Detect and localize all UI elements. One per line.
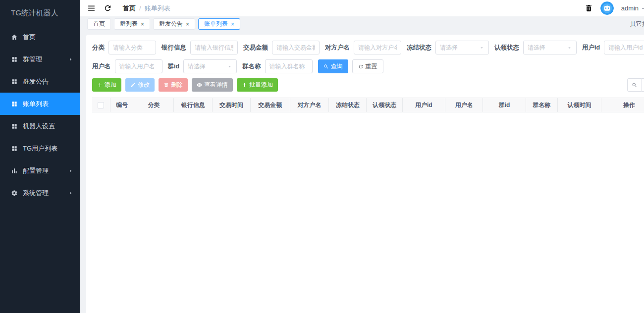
toolbar-button-label: 修改	[138, 81, 150, 89]
query-button[interactable]: 查询	[318, 59, 348, 73]
grid-icon	[11, 56, 18, 63]
filter-item-认领状态: 认领状态请选择	[494, 41, 577, 54]
trash-icon[interactable]	[585, 4, 593, 12]
sidebar-item-机器人设置[interactable]: 机器人设置	[0, 115, 80, 137]
query-button-label: 查询	[331, 62, 343, 71]
table-header-row: 编号分类银行信息交易时间交易金额对方户名冻结状态认领状态用户id用户名群id群名…	[92, 98, 644, 112]
filter-item-银行信息: 银行信息	[161, 41, 238, 54]
gear-icon	[11, 190, 18, 197]
批量添加-button[interactable]: 批量添加	[237, 78, 278, 92]
select-placeholder: 请选择	[188, 62, 206, 71]
breadcrumb-current: 账单列表	[145, 4, 170, 13]
user-menu[interactable]: admin	[621, 4, 644, 12]
table-search-button[interactable]	[627, 78, 642, 92]
app-root: TG统计机器人 首页群管理群发公告账单列表机器人设置TG用户列表配置管理系统管理…	[0, 0, 644, 313]
filter-item-对方户名: 对方户名	[325, 41, 401, 54]
toolbar-button-label: 删除	[171, 81, 183, 89]
添加-button[interactable]: 添加	[92, 78, 121, 92]
table-refresh-button[interactable]	[642, 78, 644, 92]
table-toolbar: 添加修改删除查看详情批量添加	[92, 78, 644, 92]
reset-button-label: 重置	[366, 62, 377, 71]
topbar-left: 首页 / 账单列表	[87, 4, 170, 13]
filter-label: 用户名	[92, 62, 111, 71]
header-cell-分类: 分类	[134, 98, 173, 112]
filter-item-冻结状态: 冻结状态请选择	[407, 41, 489, 54]
交易金额-input[interactable]	[272, 41, 320, 54]
table-wrap: 编号分类银行信息交易时间交易金额对方户名冻结状态认领状态用户id用户名群id群名…	[92, 98, 644, 112]
修改-button[interactable]: 修改	[125, 78, 155, 92]
refresh-icon	[358, 64, 364, 69]
tab-首页[interactable]: 首页	[87, 18, 111, 30]
sidebar-nav: 首页群管理群发公告账单列表机器人设置TG用户列表配置管理系统管理	[0, 26, 80, 204]
sidebar-item-账单列表[interactable]: 账单列表	[0, 93, 80, 115]
home-icon	[11, 34, 18, 41]
search-icon	[632, 82, 638, 88]
breadcrumb: 首页 / 账单列表	[123, 4, 170, 13]
tabs: 首页群列表×群发公告×账单列表×	[87, 18, 240, 30]
other-actions-dropdown[interactable]: 其它操作	[630, 20, 644, 28]
filter-row: 用户名群id请选择群名称查询重置	[92, 59, 644, 73]
chevron-down-icon	[567, 45, 572, 51]
sidebar: TG统计机器人 首页群管理群发公告账单列表机器人设置TG用户列表配置管理系统管理	[0, 0, 80, 313]
sidebar-item-配置管理[interactable]: 配置管理	[0, 159, 80, 182]
tab-群列表[interactable]: 群列表×	[114, 18, 150, 30]
tab-close-icon[interactable]: ×	[186, 21, 189, 27]
tab-close-icon[interactable]: ×	[141, 21, 144, 27]
sidebar-item-首页[interactable]: 首页	[0, 26, 80, 48]
toolbar-button-label: 添加	[105, 81, 116, 89]
header-cell-checkbox	[92, 98, 110, 112]
hamburger-icon[interactable]	[87, 4, 96, 12]
filter-label: 用户id	[582, 44, 600, 52]
chevron-down-icon	[640, 5, 644, 11]
tab-群发公告[interactable]: 群发公告×	[153, 18, 195, 30]
chevron-down-icon	[479, 45, 484, 51]
header-cell-交易时间: 交易时间	[213, 98, 250, 112]
filter-label: 认领状态	[494, 44, 519, 52]
caret-right-icon	[68, 57, 73, 62]
查看详情-button[interactable]: 查看详情	[192, 78, 233, 92]
tab-label: 账单列表	[204, 20, 228, 28]
filter-label: 群id	[168, 62, 180, 71]
银行信息-input[interactable]	[190, 41, 238, 54]
sidebar-item-群管理[interactable]: 群管理	[0, 48, 80, 70]
用户名-input[interactable]	[115, 59, 162, 73]
bill-list-panel: 分类银行信息交易金额对方户名冻结状态请选择认领状态请选择用户id用户名群id请选…	[86, 35, 644, 313]
filter-item-分类: 分类	[92, 41, 156, 54]
filter-label: 群名称	[242, 62, 261, 71]
tab-账单列表[interactable]: 账单列表×	[198, 18, 240, 30]
table-tools	[627, 78, 644, 92]
chart-icon	[11, 167, 18, 174]
header-cell-编号: 编号	[110, 98, 134, 112]
sidebar-item-系统管理[interactable]: 系统管理	[0, 182, 80, 204]
select-all-checkbox[interactable]	[98, 102, 104, 108]
avatar[interactable]	[600, 1, 614, 15]
认领状态-select[interactable]: 请选择	[523, 41, 577, 54]
refresh-icon[interactable]	[104, 4, 112, 12]
分类-input[interactable]	[108, 41, 156, 54]
breadcrumb-home[interactable]: 首页	[123, 4, 136, 13]
tabbar: 首页群列表×群发公告×账单列表× 其它操作	[80, 16, 644, 32]
冻结状态-select[interactable]: 请选择	[435, 41, 489, 54]
tab-label: 群列表	[120, 20, 138, 28]
filter-item-用户id: 用户id	[582, 41, 644, 54]
username: admin	[621, 4, 639, 12]
other-actions-label: 其它操作	[630, 20, 644, 28]
删除-button[interactable]: 删除	[159, 78, 188, 92]
群id-select[interactable]: 请选择	[183, 59, 237, 73]
sidebar-item-label: 首页	[23, 33, 36, 42]
main-area: 首页 / 账单列表 admin 首页群列表×群发公告×账单列表×	[80, 0, 644, 313]
对方户名-input[interactable]	[354, 41, 401, 54]
trash-icon	[163, 82, 169, 88]
select-placeholder: 请选择	[440, 44, 458, 52]
用户id-input[interactable]	[604, 41, 644, 54]
header-cell-用户id: 用户id	[402, 98, 445, 112]
群名称-input[interactable]	[265, 59, 313, 73]
sidebar-item-TG用户列表[interactable]: TG用户列表	[0, 137, 80, 159]
tab-close-icon[interactable]: ×	[231, 21, 234, 27]
sidebar-item-label: TG用户列表	[23, 144, 57, 153]
tab-label: 群发公告	[159, 20, 183, 28]
filter-label: 交易金额	[243, 44, 268, 52]
header-cell-操作: 操作	[601, 98, 644, 112]
sidebar-item-群发公告[interactable]: 群发公告	[0, 70, 80, 93]
reset-button[interactable]: 重置	[352, 59, 383, 73]
